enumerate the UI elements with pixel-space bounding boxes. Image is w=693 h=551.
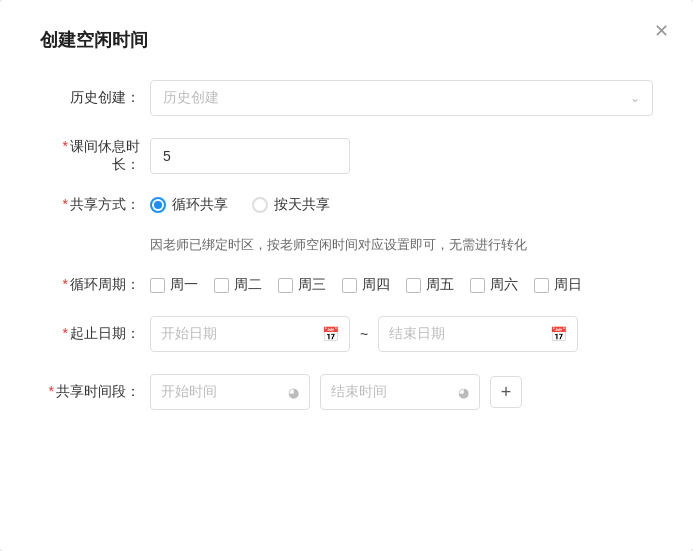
checkbox-tuesday[interactable]: 周二 [214,276,262,294]
checkbox-wednesday-box [278,278,293,293]
checkbox-saturday-box [470,278,485,293]
add-time-button[interactable]: + [490,376,522,408]
modal-title: 创建空闲时间 [40,28,653,52]
break-label: 课间休息时长： [40,138,150,174]
checkbox-thursday[interactable]: 周四 [342,276,390,294]
checkbox-wednesday[interactable]: 周三 [278,276,326,294]
date-label: 起止日期： [40,325,150,343]
chevron-down-icon: ⌄ [630,91,640,105]
cycle-label: 循环周期： [40,276,150,294]
checkbox-tuesday-label: 周二 [234,276,262,294]
checkbox-monday-label: 周一 [170,276,198,294]
history-placeholder: 历史创建 [163,89,219,107]
radio-daily[interactable]: 按天共享 [252,196,330,214]
history-label: 历史创建： [40,89,150,107]
clock-start-icon: ◕ [288,385,299,400]
share-radio-group: 循环共享 按天共享 [150,196,330,214]
time-label: 共享时间段： [40,383,150,401]
radio-cyclic[interactable]: 循环共享 [150,196,228,214]
break-input[interactable] [150,138,350,174]
checkbox-sunday-box [534,278,549,293]
end-time-placeholder: 结束时间 [331,383,387,401]
checkbox-friday[interactable]: 周五 [406,276,454,294]
time-range: 开始时间 ◕ 结束时间 ◕ + [150,374,522,410]
modal-container: 创建空闲时间 ✕ 历史创建： 历史创建 ⌄ 课间休息时长： 共享方式： [0,0,693,551]
checkbox-wednesday-label: 周三 [298,276,326,294]
end-date-placeholder: 结束日期 [389,325,445,343]
date-range: 开始日期 📅 ~ 结束日期 📅 [150,316,578,352]
checkbox-friday-label: 周五 [426,276,454,294]
history-select[interactable]: 历史创建 ⌄ [150,80,653,116]
cycle-row: 循环周期： 周一 周二 周三 周四 [40,276,653,294]
weekday-group: 周一 周二 周三 周四 周五 [150,276,582,294]
checkbox-sunday[interactable]: 周日 [534,276,582,294]
share-row: 共享方式： 循环共享 按天共享 [40,196,653,214]
start-time-placeholder: 开始时间 [161,383,217,401]
calendar-end-icon: 📅 [550,326,567,342]
date-row: 起止日期： 开始日期 📅 ~ 结束日期 📅 [40,316,653,352]
radio-daily-label: 按天共享 [274,196,330,214]
checkbox-saturday-label: 周六 [490,276,518,294]
close-button[interactable]: ✕ [654,22,669,40]
radio-cyclic-inner [154,201,162,209]
start-date-input[interactable]: 开始日期 📅 [150,316,350,352]
checkbox-friday-box [406,278,421,293]
end-date-input[interactable]: 结束日期 📅 [378,316,578,352]
date-content: 开始日期 📅 ~ 结束日期 📅 [150,316,653,352]
checkbox-saturday[interactable]: 周六 [470,276,518,294]
start-time-input[interactable]: 开始时间 ◕ [150,374,310,410]
checkbox-sunday-label: 周日 [554,276,582,294]
radio-daily-circle [252,197,268,213]
checkbox-thursday-box [342,278,357,293]
end-time-input[interactable]: 结束时间 ◕ [320,374,480,410]
radio-cyclic-label: 循环共享 [172,196,228,214]
share-content: 循环共享 按天共享 [150,196,653,214]
checkbox-monday[interactable]: 周一 [150,276,198,294]
time-content: 开始时间 ◕ 结束时间 ◕ + [150,374,653,410]
start-date-placeholder: 开始日期 [161,325,217,343]
checkbox-tuesday-box [214,278,229,293]
checkbox-thursday-label: 周四 [362,276,390,294]
break-row: 课间休息时长： [40,138,653,174]
range-separator: ~ [360,326,368,342]
radio-cyclic-circle [150,197,166,213]
share-label: 共享方式： [40,196,150,214]
info-text: 因老师已绑定时区，按老师空闲时间对应设置即可，无需进行转化 [40,236,653,254]
time-row: 共享时间段： 开始时间 ◕ 结束时间 ◕ + [40,374,653,410]
break-content [150,138,653,174]
history-content: 历史创建 ⌄ [150,80,653,116]
history-row: 历史创建： 历史创建 ⌄ [40,80,653,116]
cycle-content: 周一 周二 周三 周四 周五 [150,276,653,294]
calendar-start-icon: 📅 [322,326,339,342]
clock-end-icon: ◕ [458,385,469,400]
checkbox-monday-box [150,278,165,293]
